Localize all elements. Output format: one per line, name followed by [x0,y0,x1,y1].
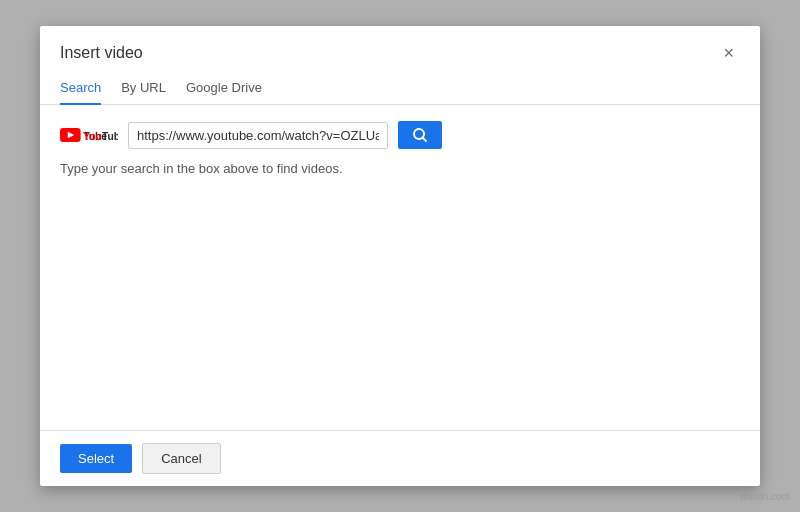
tab-google-drive[interactable]: Google Drive [186,72,262,105]
dialog-footer: Select Cancel [40,430,760,486]
dialog-title: Insert video [60,44,143,62]
watermark: wsxdn.com [740,491,790,502]
tab-search[interactable]: Search [60,72,101,105]
close-button[interactable]: × [717,42,740,64]
tabs-container: Search By URL Google Drive [40,64,760,105]
youtube-logo: Tube YouTube [60,123,118,147]
svg-line-5 [423,138,427,142]
insert-video-dialog: Insert video × Search By URL Google Driv… [40,26,760,486]
dialog-header: Insert video × [40,26,760,64]
cancel-button[interactable]: Cancel [142,443,220,474]
search-icon [412,127,428,143]
select-button[interactable]: Select [60,444,132,473]
dialog-overlay: Insert video × Search By URL Google Driv… [0,0,800,512]
svg-text:YouTube: YouTube [83,131,118,142]
dialog-body: Tube YouTube Type [40,105,760,430]
tab-by-url[interactable]: By URL [121,72,166,105]
search-row: Tube YouTube [60,121,740,149]
search-input[interactable] [128,122,388,149]
search-hint: Type your search in the box above to fin… [60,161,740,176]
search-button[interactable] [398,121,442,149]
